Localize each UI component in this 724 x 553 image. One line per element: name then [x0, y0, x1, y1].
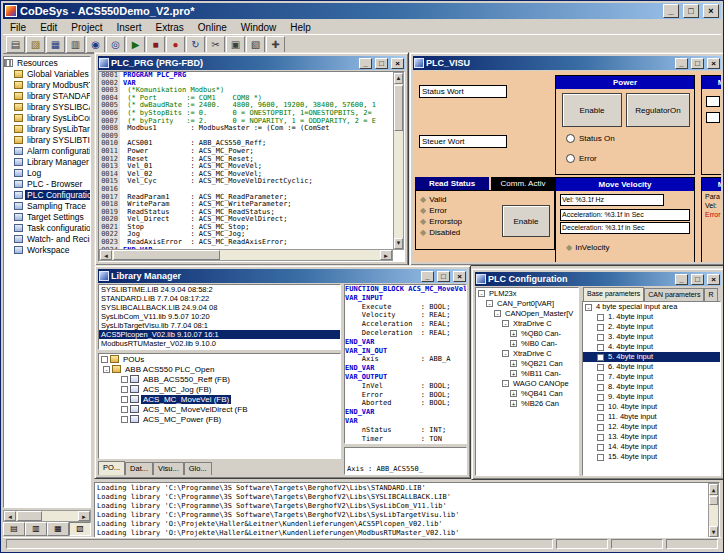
fb-declaration-pane[interactable]: FUNCTION_BLOCK ACS_MC_MoveVelVAR_INPUT E… [344, 284, 467, 444]
library-list-item[interactable]: STANDARD.LIB 7.7.04 08:17:22 [99, 294, 340, 303]
tree-item[interactable]: Alarm configuration [4, 145, 90, 156]
tree-item[interactable]: library SysLibCom_V11.lib [4, 112, 90, 123]
cut-icon[interactable]: ✂ [206, 36, 225, 53]
expander-icon[interactable]: - [478, 290, 485, 297]
input-area-item[interactable]: 11. 4byte input [583, 412, 720, 422]
scroll-thumb[interactable] [394, 85, 403, 131]
hardware-tree-item[interactable]: - WAGO CANOpe [476, 378, 578, 388]
library-manager-tab[interactable]: Visu... [153, 462, 184, 475]
expander-icon[interactable] [597, 414, 604, 421]
expander-icon[interactable]: - [494, 310, 501, 317]
scroll-thumb[interactable] [17, 511, 42, 521]
breakpoint-icon[interactable]: ● [166, 36, 185, 53]
input-area-item[interactable]: 15. 4byte input [583, 452, 720, 462]
expander-icon[interactable]: - [502, 380, 509, 387]
menu-item[interactable]: File [3, 22, 33, 33]
code-line[interactable]: 0008 Modbus1 : ModbusMaster := (Com := (… [99, 125, 393, 133]
find-icon[interactable]: ✚ [266, 36, 285, 53]
plc-visu-titlebar[interactable]: PLC_VISU _ □ × [413, 56, 721, 70]
expander-icon[interactable]: + [510, 400, 517, 407]
expander-icon[interactable]: - [585, 304, 592, 311]
maximize-button[interactable]: □ [691, 58, 704, 69]
plc-prg-titlebar[interactable]: PLC_PRG (PRG-FBD) _ □ × [98, 56, 405, 70]
spin-box[interactable] [706, 112, 720, 123]
tree-item[interactable]: Sampling Trace [4, 200, 90, 211]
scroll-left-icon[interactable]: ◄ [4, 511, 16, 521]
expander-icon[interactable]: + [510, 370, 517, 377]
library-list-item[interactable]: SYSLIBTIME.LIB 24.9.04 08:58:2 [99, 285, 340, 294]
input-area-item[interactable]: 13. 4byte input [583, 432, 720, 442]
parameters-tab[interactable]: CAN parameters [644, 288, 704, 301]
message-log[interactable]: Loading library 'C:\Programme\3S Softwar… [94, 482, 720, 539]
resources-tab[interactable]: ▧ [69, 522, 91, 536]
scroll-thumb[interactable] [709, 496, 718, 505]
input-area-item[interactable]: 10. 4byte input [583, 402, 720, 412]
tree-item[interactable]: Library Manager [4, 156, 90, 167]
read-status-enable-button[interactable]: Enable [502, 205, 550, 237]
plc-configuration-titlebar[interactable]: PLC Configuration _ □ × [475, 272, 721, 286]
resources-hscrollbar[interactable]: ◄ ► [3, 510, 91, 522]
hardware-tree-item[interactable]: - XtraDrive C [476, 318, 578, 328]
maximize-button[interactable]: □ [375, 58, 388, 69]
expander-icon[interactable] [597, 424, 604, 431]
expander-icon[interactable] [101, 356, 108, 363]
copy-icon[interactable]: ▣ [226, 36, 245, 53]
pou-tree-item[interactable]: ACS_MC_MoveVel (FB) [99, 394, 340, 404]
tree-item[interactable]: library SYSLIBCALLBACK.LIB [4, 101, 90, 112]
expander-icon[interactable] [597, 444, 604, 451]
new-icon[interactable]: ▤ [6, 36, 25, 53]
input-area-item[interactable]: 3. 4byte input [583, 332, 720, 342]
expander-icon[interactable]: - [502, 350, 509, 357]
scroll-down-icon[interactable]: ▼ [394, 238, 403, 249]
library-manager-tab[interactable]: Dat... [125, 462, 153, 475]
hardware-tree-item[interactable]: + %IB0 Can- [476, 338, 578, 348]
tree-item[interactable]: library ModbusRTUMaster_V02.lib [4, 79, 90, 90]
open-icon[interactable]: ▨ [26, 36, 45, 53]
title-bar[interactable]: CoDeSys - ACS550Demo_V2.pro* _ □ × [3, 3, 721, 19]
pou-tree-item[interactable]: POUs [99, 354, 340, 364]
hardware-tree-item[interactable]: + %IB26 Can [476, 398, 578, 408]
pous-tab[interactable]: ▤ [3, 522, 25, 536]
expander-icon[interactable] [597, 354, 604, 361]
expander-icon[interactable] [121, 416, 128, 423]
library-list-item[interactable]: SysLibCom_V11.lib 9.5.07 10:20 [99, 312, 340, 321]
library-manager-tab[interactable]: Glo... [184, 462, 212, 475]
library-manager-titlebar[interactable]: Library Manager _ □ × [98, 269, 467, 283]
menu-item[interactable]: Insert [109, 22, 148, 33]
input-area-item[interactable]: 2. 4byte input [583, 322, 720, 332]
log-vscrollbar[interactable]: ▲ ▼ [708, 483, 719, 538]
scroll-left-icon[interactable]: ◄ [100, 250, 112, 260]
menu-item[interactable]: Window [234, 22, 284, 33]
save-icon[interactable]: ▦ [46, 36, 65, 53]
hardware-tree-item[interactable]: + %QB21 Can [476, 358, 578, 368]
scroll-right-icon[interactable]: ► [380, 250, 392, 260]
minimize-button[interactable]: _ [675, 274, 688, 285]
pou-tree-item[interactable]: ACS_MC_Jog (FB) [99, 384, 340, 394]
minimize-button[interactable]: _ [663, 4, 679, 18]
close-button[interactable]: × [453, 271, 466, 282]
expander-icon[interactable]: + [510, 390, 517, 397]
scroll-thumb[interactable] [113, 250, 220, 260]
tree-item[interactable]: Workspace [4, 244, 90, 255]
library-manager-tab[interactable]: PO... [98, 461, 125, 475]
expander-icon[interactable]: + [510, 360, 517, 367]
library-list-item[interactable]: ACS5Plcopen_V02.lib 9.10.07 16:1 [99, 330, 340, 339]
expander-icon[interactable] [597, 454, 604, 461]
menu-item[interactable]: Extras [149, 22, 191, 33]
power-enable-button[interactable]: Enable [562, 93, 622, 127]
expander-icon[interactable] [121, 386, 128, 393]
expander-icon[interactable] [597, 344, 604, 351]
menu-item[interactable]: Help [283, 22, 318, 33]
maximize-button[interactable]: □ [683, 4, 699, 18]
expander-icon[interactable] [597, 404, 604, 411]
library-list-item[interactable]: SYSLIBCALLBACK.LIB 24.9.04 08 [99, 303, 340, 312]
code-line[interactable]: 0015 Vel_Cyc : ACS_MC_MoveVelDirectCycli… [99, 178, 393, 186]
expander-icon[interactable] [597, 374, 604, 381]
scroll-right-icon[interactable]: ► [78, 511, 90, 521]
expander-icon[interactable] [121, 396, 128, 403]
expander-icon[interactable] [597, 364, 604, 371]
tree-item[interactable]: Watch- and Recipe M [4, 233, 90, 244]
stop-icon[interactable]: ■ [146, 36, 165, 53]
logout-icon[interactable]: ◎ [106, 36, 125, 53]
visualizations-tab[interactable]: ▦ [47, 522, 69, 536]
